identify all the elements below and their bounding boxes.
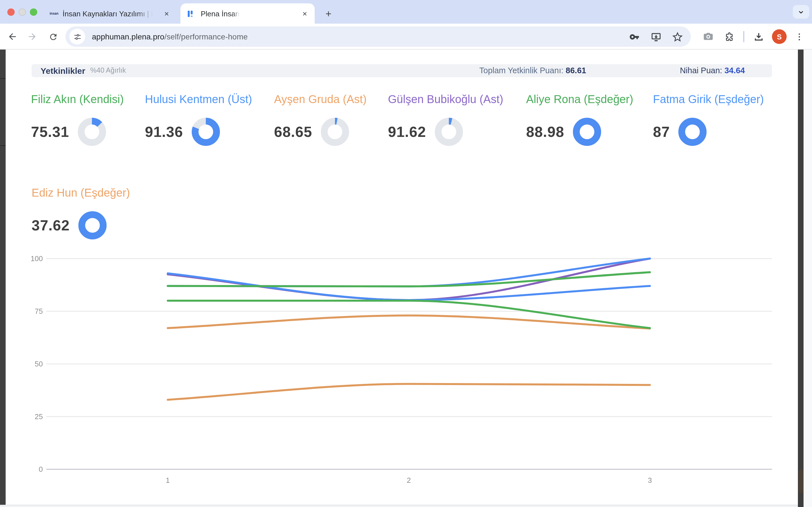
evaluator-score: 75.31 xyxy=(31,123,69,140)
section-title: Yetkinlikler xyxy=(41,64,85,77)
plena-favicon-icon xyxy=(187,9,196,18)
horizontal-scrollbar-track[interactable] xyxy=(0,505,798,507)
url-path: /self/performance-home xyxy=(164,32,248,41)
competency-header-band: Yetkinlikler %40 Ağırlık Toplam Yetkinli… xyxy=(32,64,772,77)
extensions-puzzle-icon[interactable] xyxy=(722,29,737,44)
downloads-icon[interactable] xyxy=(751,29,766,44)
evaluator-score: 37.62 xyxy=(32,217,70,234)
evaluator-card: Aliye Rona (Eşdeğer)88.98 xyxy=(526,93,633,146)
evaluator-card: Ediz Hun (Eşdeğer)37.62 xyxy=(32,186,130,239)
x-axis-tick-label: 2 xyxy=(407,476,411,485)
section-weight-label: %40 Ağırlık xyxy=(90,64,126,77)
reload-button[interactable] xyxy=(46,29,60,44)
y-axis-tick-label: 100 xyxy=(31,255,43,263)
minimize-window-button[interactable] xyxy=(18,8,26,15)
evaluator-score: 91.62 xyxy=(388,123,426,140)
evaluator-score: 68.65 xyxy=(274,123,312,140)
evaluator-card: Hulusi Kentmen (Üst)91.36 xyxy=(145,93,252,146)
tab-insan-kaynaklari[interactable]: insan İnsan Kaynakları Yazılımı | Ple xyxy=(42,3,176,24)
tab-plena-insan-active[interactable]: Plena İnsan xyxy=(181,3,315,24)
donut-chart xyxy=(320,118,349,146)
final-score-value: 34.64 xyxy=(724,66,745,75)
avatar-initial: S xyxy=(777,33,781,41)
tab-close-icon[interactable] xyxy=(300,9,309,18)
url-host: apphuman.plena.pro xyxy=(92,32,164,41)
donut-chart xyxy=(678,118,707,146)
evaluator-score: 87 xyxy=(653,123,670,140)
donut-chart xyxy=(78,118,106,146)
y-axis-tick-label: 25 xyxy=(35,412,43,421)
tab-search-chevron-button[interactable] xyxy=(793,5,809,18)
x-axis-tick-label: 3 xyxy=(648,476,652,485)
tab-close-icon[interactable] xyxy=(162,9,171,18)
performance-line-chart: 1007550250123 xyxy=(0,248,790,499)
donut-chart xyxy=(573,118,601,146)
evaluator-card: Filiz Akın (Kendisi)75.31 xyxy=(31,93,124,146)
total-competency-score: Toplam Yetkinlik Puanı: 86.61 xyxy=(479,64,586,77)
chart-series-purple-line xyxy=(168,259,650,300)
site-settings-tune-icon[interactable] xyxy=(69,29,85,45)
vertical-scrollbar-track[interactable] xyxy=(798,50,804,507)
evaluator-name: Hulusi Kentmen (Üst) xyxy=(145,93,252,106)
evaluator-name: Filiz Akın (Kendisi) xyxy=(31,93,124,106)
y-axis-tick-label: 0 xyxy=(39,465,43,473)
forward-button[interactable] xyxy=(25,29,40,44)
toolbar-divider xyxy=(743,31,744,42)
evaluator-score: 91.36 xyxy=(145,123,183,140)
evaluator-card: Fatma Girik (Eşdeğer)87 xyxy=(653,93,764,146)
y-axis-tick-label: 75 xyxy=(35,307,43,316)
browser-menu-icon[interactable] xyxy=(792,29,806,44)
vertical-scrollbar-thumb[interactable] xyxy=(798,469,803,494)
evaluator-name: Ayşen Gruda (Ast) xyxy=(274,93,366,106)
evaluator-card: Gülşen Bubikoğlu (Ast)91.62 xyxy=(388,93,503,146)
donut-chart xyxy=(192,118,220,146)
bookmark-star-icon[interactable] xyxy=(670,30,684,43)
evaluator-score: 88.98 xyxy=(526,123,564,140)
back-button[interactable] xyxy=(5,29,20,44)
screenshot-camera-icon[interactable] xyxy=(701,29,716,44)
browser-toolbar: apphuman.plena.pro/self/performance-home xyxy=(0,24,812,50)
y-axis-tick-label: 50 xyxy=(35,360,43,368)
total-score-value: 86.61 xyxy=(566,66,586,75)
x-axis-tick-label: 1 xyxy=(166,476,170,485)
browser-window: insan İnsan Kaynakları Yazılımı | Ple Pl… xyxy=(0,0,812,507)
chart-series-orange-line-b xyxy=(168,384,650,400)
tab-strip: insan İnsan Kaynakları Yazılımı | Ple Pl… xyxy=(0,0,812,24)
tab-title: Plena İnsan xyxy=(201,9,239,18)
plena-favicon-icon: insan xyxy=(49,9,58,18)
evaluator-name: Fatma Girik (Eşdeğer) xyxy=(653,93,764,106)
new-tab-button[interactable] xyxy=(320,6,336,21)
final-score: Nihai Puan: 34.64 xyxy=(680,64,745,77)
evaluator-name: Ediz Hun (Eşdeğer) xyxy=(32,186,130,200)
url-text[interactable]: apphuman.plena.pro/self/performance-home xyxy=(92,32,248,41)
donut-chart xyxy=(78,211,106,239)
favicon-wordmark: insan xyxy=(50,12,58,15)
close-window-button[interactable] xyxy=(7,8,14,15)
donut-chart xyxy=(435,118,463,146)
fullscreen-window-button[interactable] xyxy=(30,8,37,15)
evaluator-card: Ayşen Gruda (Ast)68.65 xyxy=(274,93,366,146)
scrollbar-gutter xyxy=(804,50,812,507)
password-key-icon[interactable] xyxy=(627,30,641,43)
evaluator-name: Gülşen Bubikoğlu (Ast) xyxy=(388,93,503,106)
sidebar-separator xyxy=(0,145,6,146)
address-bar[interactable]: apphuman.plena.pro/self/performance-home xyxy=(65,26,691,47)
profile-avatar[interactable]: S xyxy=(772,29,786,44)
sidebar-separator xyxy=(0,78,6,79)
tab-title: İnsan Kaynakları Yazılımı | Ple xyxy=(63,9,153,18)
install-app-icon[interactable] xyxy=(649,30,663,43)
evaluator-name: Aliye Rona (Eşdeğer) xyxy=(526,93,633,106)
